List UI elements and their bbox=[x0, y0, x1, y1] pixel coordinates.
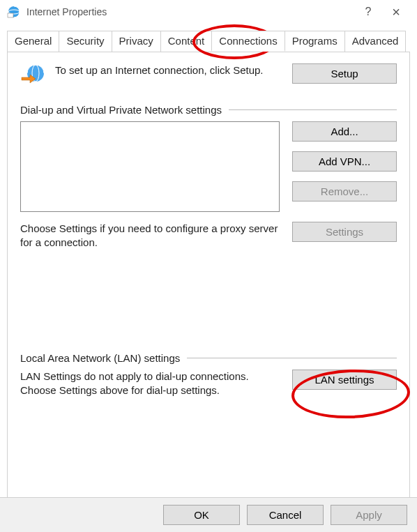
tab-privacy[interactable]: Privacy bbox=[112, 31, 161, 52]
dialup-listbox[interactable] bbox=[20, 121, 280, 212]
divider bbox=[187, 358, 397, 358]
internet-options-icon bbox=[7, 5, 21, 19]
tab-programs[interactable]: Programs bbox=[285, 31, 345, 52]
connections-panel: To set up an Internet connection, click … bbox=[7, 52, 410, 498]
svg-rect-2 bbox=[8, 13, 13, 17]
lan-text: LAN Settings do not apply to dial-up con… bbox=[20, 370, 280, 397]
dialup-settings-button: Settings bbox=[292, 222, 397, 242]
setup-text: To set up an Internet connection, click … bbox=[55, 63, 282, 77]
window-title: Internet Properties bbox=[26, 6, 354, 17]
lan-settings-button[interactable]: LAN settings bbox=[292, 370, 397, 390]
dialup-heading: Dial-up and Virtual Private Network sett… bbox=[20, 104, 222, 116]
tab-security[interactable]: Security bbox=[59, 31, 112, 52]
help-button[interactable]: ? bbox=[354, 6, 382, 18]
proxy-settings-text: Choose Settings if you need to configure… bbox=[20, 222, 280, 249]
remove-button: Remove... bbox=[292, 181, 397, 202]
apply-button: Apply bbox=[331, 505, 407, 525]
ok-button[interactable]: OK bbox=[163, 505, 240, 525]
setup-button[interactable]: Setup bbox=[292, 63, 397, 84]
add-vpn-button[interactable]: Add VPN... bbox=[292, 151, 397, 172]
tab-strip: General Security Privacy Content Connect… bbox=[0, 24, 417, 52]
tab-general[interactable]: General bbox=[7, 31, 59, 52]
cancel-button[interactable]: Cancel bbox=[247, 505, 324, 525]
titlebar: Internet Properties ? × bbox=[0, 0, 417, 24]
tab-content[interactable]: Content bbox=[160, 31, 213, 52]
dialog-buttons: OK Cancel Apply bbox=[0, 497, 417, 532]
close-button[interactable]: × bbox=[382, 4, 410, 20]
tab-connections[interactable]: Connections bbox=[211, 31, 285, 52]
tab-advanced[interactable]: Advanced bbox=[344, 31, 407, 52]
divider bbox=[229, 109, 397, 110]
lan-heading: Local Area Network (LAN) settings bbox=[20, 352, 180, 364]
add-button[interactable]: Add... bbox=[292, 121, 397, 142]
globe-arrow-icon bbox=[20, 63, 45, 89]
